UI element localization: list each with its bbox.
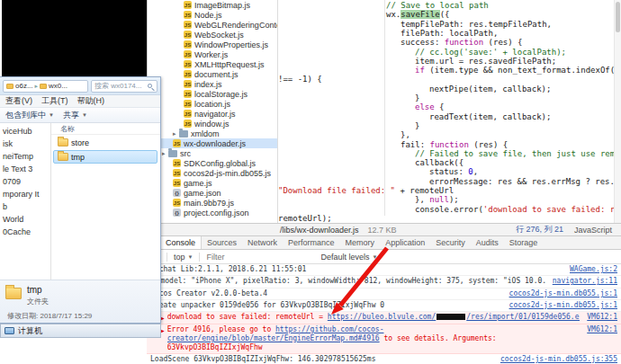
search-icon <box>148 84 152 88</box>
tab-sources[interactable]: Sources <box>202 236 242 249</box>
js-file-icon: JS <box>173 199 181 207</box>
nav-item[interactable]: 0709 <box>0 175 50 188</box>
console-message: Cocos Creator v2.0.0-beta.4cocos2d-js-mi… <box>147 289 621 300</box>
toolbar-button[interactable]: 共享▼ <box>63 110 87 121</box>
explorer-search-box[interactable]: 搜索 wx0174... <box>91 80 158 93</box>
tree-item[interactable]: ▸src <box>148 148 277 158</box>
message-url-link[interactable]: https://buleo.blvule.com/ <box>328 313 436 321</box>
chevron-right-icon[interactable]: ▸ <box>162 150 168 157</box>
js-file-icon: JS <box>184 50 192 58</box>
tab-audits[interactable]: Audits <box>471 236 504 249</box>
nav-item[interactable]: World <box>0 213 50 226</box>
file-name: index.js <box>194 80 222 89</box>
breadcrumb-label: o6z... <box>15 82 33 90</box>
folder-icon <box>179 130 188 138</box>
expand-arrow-icon[interactable]: ▶ <box>161 325 165 335</box>
nav-item[interactable]: neiTemp <box>0 150 50 163</box>
tab-security[interactable]: Security <box>430 236 471 249</box>
js-file-icon: JS <box>184 90 192 98</box>
context-dropdown[interactable]: top ▼ <box>174 253 193 262</box>
tree-item[interactable]: {}game.json <box>148 188 277 198</box>
file-item-store[interactable]: store <box>53 136 158 149</box>
cursor-position-label: 行 276, 列 21 <box>516 224 563 235</box>
tree-item[interactable]: JSWebSocket.js <box>148 30 277 40</box>
code-editor[interactable]: // Save to local pathwx.saveFile({tempFi… <box>277 0 621 223</box>
code-line: // cc.log('save:' + localPath); <box>415 48 566 57</box>
column-header-name[interactable]: 名称 <box>51 123 160 135</box>
menu-查[interactable]: 查看(V) <box>5 95 32 107</box>
source-location-link[interactable]: VM612:1 <box>587 313 617 322</box>
code-line: // Save to local path <box>386 1 489 10</box>
tree-item[interactable]: JSWorker.js <box>148 49 277 59</box>
json-file-icon: {} <box>173 209 181 217</box>
nav-item[interactable]: 0Cache <box>0 226 50 238</box>
tree-item[interactable]: JSnavigator.js <box>148 109 277 119</box>
message-text: Error 4916, please go to https://github.… <box>167 325 580 352</box>
explorer-body: viceHubiskneiTemple Text 30709mporary It… <box>0 123 160 280</box>
file-name: cocos2d-js-min.db055.js <box>184 169 271 178</box>
open-file-tab[interactable]: /libs/wx-downloader.js <box>280 226 359 235</box>
tab-console[interactable]: Console <box>159 236 202 249</box>
message-url-link[interactable]: https://github.com/cocos-creator/engine/… <box>167 325 384 342</box>
tree-item[interactable]: JSWindowProperties.js <box>148 40 277 49</box>
tab-performance[interactable]: Performance <box>283 236 340 249</box>
nav-item[interactable]: mporary It <box>0 188 50 200</box>
log-levels-dropdown[interactable]: Default levels ▼ <box>320 253 377 262</box>
console-message: Wechat Lib:2.1.1, 2018.6.21 11:55:01WAGa… <box>147 264 621 276</box>
source-location-link[interactable]: WAGame.js:2 <box>570 265 617 274</box>
tree-item[interactable]: JSlocation.js <box>148 99 277 109</box>
console-filter-input[interactable] <box>206 253 314 262</box>
tree-item[interactable]: JSmain.9bb79.js <box>148 198 277 208</box>
explorer-address-row: o6z...▸wx0... 搜索 wx0174... <box>0 77 160 95</box>
message-url-link[interactable]: /res/import/01/0159de056.e74a4.json <box>466 313 580 321</box>
taskbar-computer-button[interactable]: 计算机 <box>18 325 42 337</box>
breadcrumb-separator: ▸ <box>35 83 39 90</box>
tree-item[interactable]: JSWebGLRenderingContext.js <box>148 20 277 30</box>
source-location-link[interactable]: cocos2d-js-min.db055.js:1 <box>509 289 617 298</box>
nav-item[interactable]: le Text 3 <box>0 163 50 175</box>
tree-item[interactable]: {}project.config.json <box>148 208 277 218</box>
file-item-tmp[interactable]: tmp <box>53 150 158 164</box>
breadcrumb-item[interactable]: o6z... <box>6 82 33 90</box>
toolbar-button[interactable]: 包含到库中▼ <box>5 110 54 121</box>
tree-item[interactable]: JSXMLHttpRequest.js <box>148 59 277 69</box>
tab-storage[interactable]: Storage <box>504 236 544 249</box>
source-location-link[interactable]: cocos2d-js-min.db055.js:355 <box>500 355 617 364</box>
tree-item[interactable]: JScocos2d-js-min.db055.js <box>148 168 277 178</box>
chevron-down-icon: ▼ <box>373 254 378 260</box>
editor-scrollbar-thumb[interactable] <box>616 2 620 32</box>
file-name: Node.js <box>194 11 222 20</box>
editor-scrollbar[interactable] <box>614 0 621 223</box>
nav-item[interactable]: isk <box>0 138 50 150</box>
js-file-icon: JS <box>184 100 192 108</box>
tree-item[interactable]: JSSDKConfig.global.js <box>148 158 277 168</box>
tree-item[interactable]: ▸xmldom <box>148 129 277 138</box>
js-file-icon: JS <box>184 120 192 128</box>
nav-item[interactable]: viceHub <box>0 125 50 138</box>
source-location-link[interactable]: cocos2d-js-min.db055.js:1 <box>509 301 617 310</box>
tree-item[interactable]: JSImageBitmap.js <box>148 0 277 10</box>
file-name: localStorage.js <box>194 90 248 99</box>
tree-item[interactable]: JSwx-downloader.js <box>148 138 277 148</box>
tree-item[interactable]: JSindex.js <box>148 79 277 89</box>
tree-item[interactable]: JSdocument.js <box>148 69 277 79</box>
folder-icon <box>168 150 177 157</box>
expand-arrow-icon[interactable]: ▶ <box>161 313 165 323</box>
source-location-link[interactable]: navigator.js:11 <box>553 277 617 286</box>
menu-工[interactable]: 工具(T) <box>41 95 68 107</box>
tab-network[interactable]: Network <box>242 236 283 249</box>
tree-item[interactable]: JSgame.js <box>148 178 277 188</box>
message-text: {model: "iPhone X", pixelRatio: 3, windo… <box>157 277 545 286</box>
tab-memory[interactable]: Memory <box>340 236 381 249</box>
source-location-link[interactable]: VM612:1 <box>587 325 617 334</box>
chevron-right-icon[interactable]: ▸ <box>173 130 179 138</box>
message-text: Cocos Creator v2.0.0-beta.4 <box>150 289 502 298</box>
nav-item[interactable]: b <box>0 200 50 213</box>
tree-item[interactable]: JSNode.js <box>148 10 277 20</box>
tree-item[interactable]: JSwindow.js <box>148 119 277 129</box>
menu-帮[interactable]: 帮助(H) <box>77 95 105 107</box>
tab-application[interactable]: Application <box>380 236 430 249</box>
tree-item[interactable]: JSlocalStorage.js <box>148 89 277 99</box>
address-breadcrumb[interactable]: o6z...▸wx0... <box>3 80 88 93</box>
breadcrumb-item[interactable]: wx0... <box>40 82 68 90</box>
